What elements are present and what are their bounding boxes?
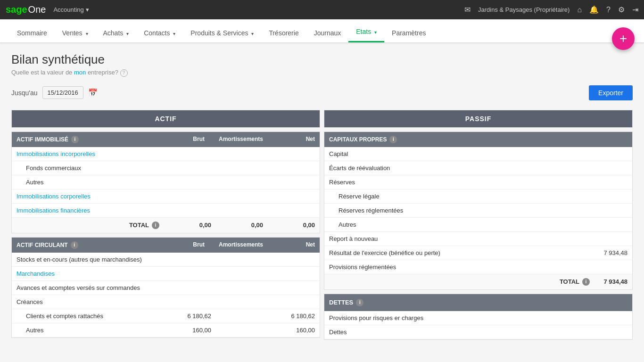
date-input[interactable]: 15/12/2016 [42,86,83,99]
immobilise-info-icon[interactable]: i [71,136,79,143]
table-row: Fonds commerciaux [12,161,320,175]
avances: Avances et acomptes versés sur commandes [17,284,159,291]
one-wordmark: One [28,4,46,15]
fab-button[interactable]: + [612,27,635,50]
capitaux-total-label-container: TOTAL i [329,278,590,286]
actif-circulant-section: ACTIF CIRCULANT i Brut Amortissements Ne… [11,237,320,338]
col-brut-circ: Brut [167,241,205,249]
email-icon[interactable]: ✉ [464,5,471,14]
actif-immobilise-header: ACTIF IMMOBILISÉ i Brut Amortissements N… [12,132,320,147]
table-row: Réserves [324,175,632,189]
creances: Créances [17,298,159,305]
col-amort-circ: Amortissements [219,241,263,249]
immobilise-label: ACTIF IMMOBILISÉ i [17,136,153,143]
val-brut [173,150,211,157]
help-icon[interactable]: ? [606,6,611,14]
total-net: 0,00 [277,222,315,229]
col-amortissements: Amortissements [219,136,263,143]
settings-icon[interactable]: ⚙ [618,5,625,14]
table-row: Clients et comptes rattachés 6 180,62 6 … [12,309,320,323]
autres-immob-incorp: Autres [17,179,159,186]
notifications-icon[interactable]: 🔔 [589,5,599,14]
company-name[interactable]: Jardins & Paysages (Propriétaire) [478,6,570,13]
total-brut: 0,00 [173,222,211,229]
capital: Capital [329,150,627,157]
table-row: Capital [324,147,632,161]
capitaux-total: TOTAL i 7 934,48 [324,274,632,289]
nav-tresorerie[interactable]: Trésorerie [261,23,306,42]
table-row: Autres [324,218,632,232]
immobilisations-incorporelles[interactable]: Immobilisations incorporelles [17,150,159,157]
col-brut: Brut [167,136,205,143]
produits-caret: ▾ [251,31,254,36]
capitaux-total-label: TOTAL [560,278,579,285]
actif-immobilise-section: ACTIF IMMOBILISÉ i Brut Amortissements N… [11,132,320,233]
dettes-info-icon[interactable]: i [356,299,363,306]
achats-caret: ▾ [126,31,129,36]
provisions-risques: Provisions pour risques er charges [329,314,627,321]
val-net [277,150,315,157]
calendar-icon[interactable]: 📅 [88,88,98,97]
actif-column: ACTIF ACTIF IMMOBILISÉ i Brut Amortissem… [11,110,320,344]
autres-net: 160,00 [277,327,315,334]
capitaux-info-icon[interactable]: i [389,136,397,143]
capitaux-total-info-icon[interactable]: i [582,278,590,286]
actif-section-header: ACTIF [11,110,320,128]
nav-produits[interactable]: Produits & Services ▾ [183,23,261,42]
accounting-caret: ▾ [86,6,89,13]
report-a-nouveau: Report à nouveau [329,235,627,242]
immobilisations-financieres[interactable]: Immobilisations financières [17,207,159,214]
nav-contacts[interactable]: Contacts ▾ [136,23,183,42]
passif-section-header: PASSIF [324,110,633,128]
subtitle-link[interactable]: mon [74,69,86,76]
table-row: Provisions pour risques er charges [324,311,632,325]
top-nav-left: sage One Accounting ▾ [6,4,89,15]
nav-parametres[interactable]: Paramètres [384,23,433,42]
marchandises[interactable]: Marchandises [17,270,159,277]
table-row: Autres [12,175,320,189]
immobilisations-corporelles[interactable]: Immobilisations corporelles [17,193,159,200]
circulant-info-icon[interactable]: i [71,241,78,249]
provisions-reglementees: Provisions réglementées [329,263,627,271]
resultat-exercice: Résultat de l'exercice (bénéfice ou pert… [329,249,585,256]
clients-comptes: Clients et comptes rattachés [17,313,159,320]
balance-grid: ACTIF ACTIF IMMOBILISÉ i Brut Amortissem… [11,110,633,344]
home-icon[interactable]: ⌂ [577,6,582,14]
stocks: Stocks et en-cours (autres que marchandi… [17,256,159,263]
table-row: Immobilisations incorporelles [12,147,320,161]
actif-circulant-header: ACTIF CIRCULANT i Brut Amortissements Ne… [12,238,320,253]
accounting-label: Accounting [53,6,83,13]
autres-circulant: Autres [17,327,159,334]
table-row: Créances [12,295,320,309]
logout-icon[interactable]: ⇥ [632,5,638,14]
dettes-header: DETTES i [324,294,632,311]
resultat-val: 7 934,48 [590,249,627,256]
etats-caret: ▾ [374,30,377,35]
ecarts-reevaluation: Écarts de réévaluation [329,165,627,172]
col-net: Net [277,136,315,143]
nav-sommaire[interactable]: Sommaire [9,23,55,42]
ventes-caret: ▾ [86,31,88,36]
total-label: TOTAL [129,222,149,229]
help-circle[interactable]: ? [120,69,128,77]
accounting-menu[interactable]: Accounting ▾ [53,6,89,13]
nav-achats[interactable]: Achats ▾ [96,23,137,42]
col-net-circ: Net [277,241,315,249]
autres-reserves: Autres [329,221,627,228]
nav-ventes[interactable]: Ventes ▾ [55,23,96,42]
capitaux-total-val: 7 934,48 [590,278,627,286]
clients-brut: 6 180,62 [173,313,211,320]
passif-column: PASSIF CAPITAUX PROPRES i Capital Écarts… [324,110,633,344]
page-subtitle: Quelle est la valeur de mon entreprise? … [11,69,633,77]
page-content: Bilan synthétique Quelle est la valeur d… [0,43,644,353]
page-title: Bilan synthétique [11,52,633,67]
date-label: Jusqu'au [11,89,38,97]
total-info-icon[interactable]: i [152,222,159,229]
sage-logo[interactable]: sage One [6,4,46,15]
export-button[interactable]: Exporter [589,85,633,100]
table-row: Dettes [324,325,632,339]
nav-etats[interactable]: Etats ▾ [348,21,384,42]
nav-journaux[interactable]: Journaux [306,23,349,42]
reserves: Réserves [329,179,627,186]
clients-net: 6 180,62 [277,313,315,320]
